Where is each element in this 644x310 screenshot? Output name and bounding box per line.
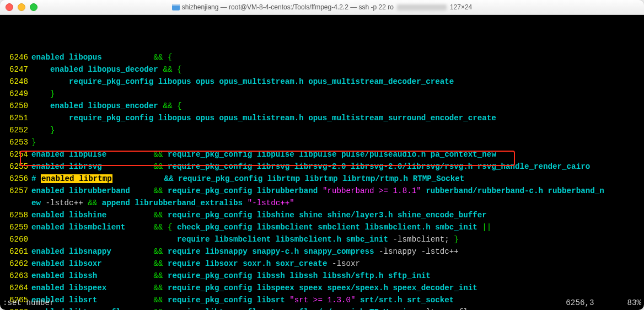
code-text: } — [31, 136, 641, 148]
zoom-icon[interactable] — [30, 3, 37, 11]
code-line: 6252 } — [3, 124, 641, 136]
code-line: 6260 require libsmbclient libsmbclient.h… — [3, 233, 641, 245]
titlebar[interactable]: shizhenjiang — root@VM-8-4-centos:/Tools… — [0, 0, 644, 15]
code-line: 6249 } — [3, 88, 641, 100]
line-number: 6258 — [3, 209, 28, 221]
code-line: 6254enabled libpulse && require_pkg_conf… — [3, 148, 641, 161]
code-text: require_pkg_config libopus opus opus_mul… — [31, 112, 641, 124]
code-text: enabled libsmbclient && { check_pkg_conf… — [31, 221, 641, 233]
window-title-right: 127×24 — [450, 3, 472, 11]
code-text: enabled libopus_decoder && { — [31, 63, 641, 76]
line-number: 6250 — [3, 100, 28, 112]
minimize-icon[interactable] — [18, 3, 25, 11]
code-text: enabled libopus && { — [31, 51, 641, 63]
line-number: 6261 — [3, 245, 28, 258]
folder-icon — [172, 4, 180, 10]
code-line: 6255enabled librsvg && require_pkg_confi… — [3, 161, 641, 173]
line-number: 6253 — [3, 136, 28, 148]
line-number: 6260 — [3, 233, 28, 245]
code-text: enabled libopus_encoder && { — [31, 100, 641, 112]
code-text: require libsmbclient libsmbclient.h smbc… — [31, 233, 641, 245]
code-text: enabled librsvg && require_pkg_config li… — [31, 161, 641, 173]
code-line: 6261enabled libsnappy && require libsnap… — [3, 245, 641, 258]
code-line: 6262enabled libsoxr && require libsoxr s… — [3, 258, 641, 270]
terminal-body[interactable]: 6246enabled libopus && {6247 enabled lib… — [0, 15, 644, 310]
code-line: 6259enabled libsmbclient && { check_pkg_… — [3, 221, 641, 233]
code-line: 6250 enabled libopus_encoder && { — [3, 100, 641, 112]
line-number: 6255 — [3, 161, 28, 173]
line-number: 6256 — [3, 173, 28, 185]
line-number: 6248 — [3, 76, 28, 88]
line-number: 6246 — [3, 51, 28, 63]
terminal-window: shizhenjiang — root@VM-8-4-centos:/Tools… — [0, 0, 644, 310]
window-title-left: shizhenjiang — root@VM-8-4-centos:/Tools… — [182, 3, 394, 11]
vim-scroll-percent: 83% — [627, 297, 641, 309]
line-number: 6264 — [3, 282, 28, 294]
traffic-lights — [0, 3, 37, 11]
code-text: } — [31, 124, 641, 136]
code-text: require_pkg_config libopus opus opus_mul… — [31, 76, 641, 88]
vim-cursor-position: 6256,3 — [566, 297, 594, 309]
line-number: 6252 — [3, 124, 28, 136]
code-text: enabled libssh && require_pkg_config lib… — [31, 270, 641, 282]
code-text: ew -lstdc++ && append librubberband_extr… — [31, 197, 641, 209]
vim-command: :set number — [3, 297, 55, 309]
close-icon[interactable] — [6, 3, 13, 11]
code-text: enabled libspeex && require_pkg_config l… — [31, 282, 641, 294]
code-text: enabled libshine && require_pkg_config l… — [31, 209, 641, 221]
code-line: 6258enabled libshine && require_pkg_conf… — [3, 209, 641, 221]
window-title: shizhenjiang — root@VM-8-4-centos:/Tools… — [0, 3, 644, 11]
line-number — [3, 197, 28, 209]
line-number: 6262 — [3, 258, 28, 270]
code-line: 6264enabled libspeex && require_pkg_conf… — [3, 282, 641, 294]
code-text: enabled libsnappy && require libsnappy s… — [31, 245, 641, 258]
code-line: 6251 require_pkg_config libopus opus opu… — [3, 112, 641, 124]
line-number: 6257 — [3, 185, 28, 197]
redacted-segment — [397, 4, 447, 10]
code-line: 6257enabled librubberband && require_pkg… — [3, 185, 641, 197]
code-text: enabled libsoxr && require libsoxr soxr.… — [31, 258, 641, 270]
line-number: 6254 — [3, 148, 28, 161]
code-line: ew -lstdc++ && append librubberband_extr… — [3, 197, 641, 209]
code-text: enabled librubberband && require_pkg_con… — [31, 185, 641, 197]
code-line: 6247 enabled libopus_decoder && { — [3, 63, 641, 76]
code-text: # enabled librtmp && require_pkg_config … — [31, 173, 641, 185]
code-text: } — [31, 88, 641, 100]
line-number: 6249 — [3, 88, 28, 100]
vim-status-line: :set number 6256,3 83% — [3, 297, 641, 309]
code-line: 6256# enabled librtmp && require_pkg_con… — [3, 173, 641, 185]
code-line: 6246enabled libopus && { — [3, 51, 641, 63]
code-line: 6263enabled libssh && require_pkg_config… — [3, 270, 641, 282]
code-line: 6253} — [3, 136, 641, 148]
code-line: 6248 require_pkg_config libopus opus opu… — [3, 76, 641, 88]
line-number: 6247 — [3, 63, 28, 76]
line-number: 6263 — [3, 270, 28, 282]
line-number: 6259 — [3, 221, 28, 233]
line-number: 6251 — [3, 112, 28, 124]
code-text: enabled libpulse && require_pkg_config l… — [31, 148, 641, 161]
